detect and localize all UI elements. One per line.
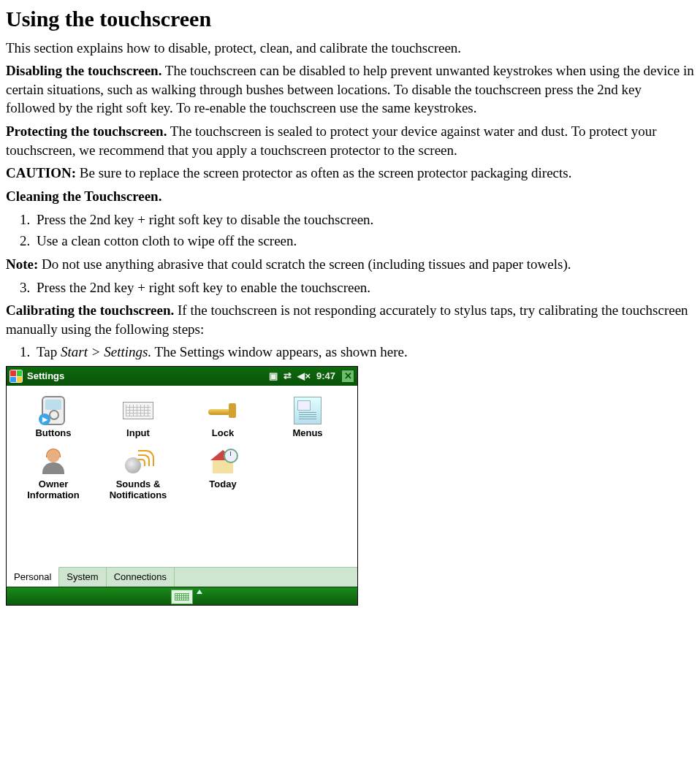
cleaning-steps-12: Press the 2nd key + right soft key to di… [6,210,694,251]
start-icon[interactable] [9,370,23,383]
device-title: Settings [27,370,265,383]
clock-text: 9:47 [316,370,335,383]
intro-text: This section explains how to disable, pr… [6,39,694,58]
calibrating-paragraph: Calibrating the touchscreen. If the touc… [6,301,694,338]
apps-grid: ▶ Buttons Input Lock Menus Owner Informa… [7,386,357,567]
buttons-icon: ▶ [37,396,69,425]
cleaning-step-1: Press the 2nd key + right soft key to di… [34,210,694,229]
calibrating-step-1: Tap Start > Settings. The Settings windo… [34,343,694,362]
app-menus[interactable]: Menus [265,396,350,447]
sounds-icon [122,447,154,476]
caution-paragraph: CAUTION: Be sure to replace the screen p… [6,164,694,183]
calibrating-step1-italic: Start > Settings. [61,344,151,359]
cleaning-note: Note: Do not use anything abrasive that … [6,255,694,274]
tab-spacer [175,568,357,587]
app-input-label: Input [96,428,180,438]
protecting-label: Protecting the touchscreen. [6,123,167,139]
keyboard-menu-arrow-icon[interactable] [197,590,202,594]
owner-icon [37,447,69,476]
app-buttons[interactable]: ▶ Buttons [11,396,96,447]
app-buttons-label: Buttons [11,428,96,438]
disabling-label: Disabling the touchscreen. [6,63,161,78]
app-lock[interactable]: Lock [180,396,265,447]
caution-text: Be sure to replace the screen protector … [76,165,571,180]
cleaning-note-label: Note: [6,256,38,272]
close-button[interactable]: ✕ [341,370,354,383]
device-screenshot: Settings ▣ ⇄ ◀× 9:47 ✕ ▶ Buttons Input L… [6,366,358,606]
titlebar-status-icons: ▣ ⇄ ◀× 9:47 ✕ [269,370,354,383]
key-icon [207,396,239,425]
calibrating-step1-prefix: Tap [37,344,61,359]
bottom-bar [7,587,357,605]
today-icon [207,447,239,476]
cleaning-note-text: Do not use anything abrasive that could … [38,256,571,272]
app-menus-label: Menus [265,428,350,438]
caution-label: CAUTION: [6,165,76,180]
volume-icon[interactable]: ◀× [297,370,311,383]
app-owner-label: Owner Information [11,479,96,500]
app-today[interactable]: Today [180,447,265,509]
protecting-paragraph: Protecting the touchscreen. The touchscr… [6,122,694,159]
cleaning-step-3: Press the 2nd key + right soft key to en… [34,278,694,297]
sim-icon: ▣ [269,370,278,383]
tab-bar: Personal System Connections [7,567,357,587]
tab-connections[interactable]: Connections [107,568,175,587]
app-input[interactable]: Input [96,396,180,447]
disabling-paragraph: Disabling the touchscreen. The touchscre… [6,61,694,118]
cleaning-label: Cleaning the Touchscreen. [6,188,161,204]
soft-keyboard-button[interactable] [171,590,193,604]
page-heading: Using the touchscreen [6,4,694,34]
cleaning-steps-3: Press the 2nd key + right soft key to en… [6,278,694,297]
device-titlebar: Settings ▣ ⇄ ◀× 9:47 ✕ [7,367,357,386]
app-owner-information[interactable]: Owner Information [11,447,96,509]
cleaning-step-2: Use a clean cotton cloth to wipe off the… [34,232,694,251]
keyboard-icon [122,396,154,425]
app-sounds-notifications[interactable]: Sounds & Notifications [96,447,180,509]
calibrating-steps: Tap Start > Settings. The Settings windo… [6,343,694,362]
menus-icon [292,396,324,425]
app-lock-label: Lock [180,428,265,438]
calibrating-step1-suffix: The Settings window appears, as shown he… [151,344,408,359]
tab-system[interactable]: System [59,568,106,587]
calibrating-label: Calibrating the touchscreen. [6,302,174,318]
connection-icon: ⇄ [284,370,292,383]
app-sounds-label: Sounds & Notifications [96,479,180,500]
app-today-label: Today [180,479,265,489]
cleaning-heading: Cleaning the Touchscreen. [6,187,694,206]
tab-personal[interactable]: Personal [7,567,59,587]
